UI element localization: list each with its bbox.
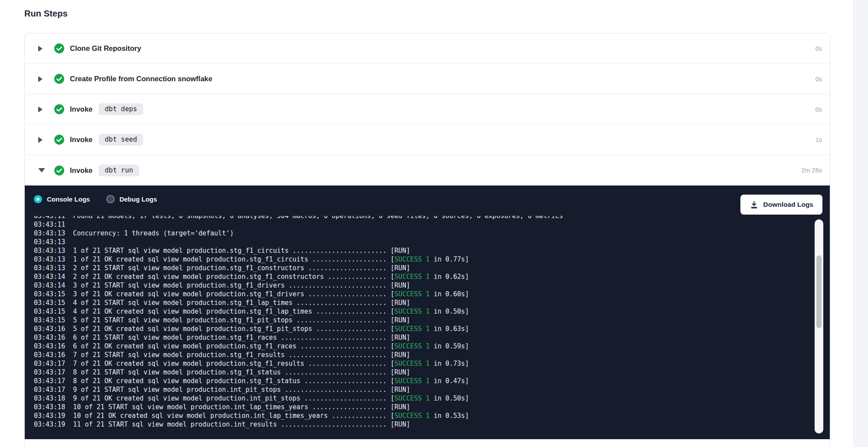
- log-line: 03:43:17 9 of 21 START sql view model pr…: [34, 385, 812, 394]
- debug-logs-label: Debug Logs: [119, 195, 157, 203]
- scrollbar-thumb[interactable]: [816, 255, 822, 328]
- step-label: Create Profile from Connection snowflake: [70, 75, 212, 83]
- step-command-badge: dbt deps: [99, 103, 143, 115]
- download-icon: [750, 200, 759, 209]
- step-duration: 0s: [815, 76, 822, 83]
- step-label: Clone Git Repository: [70, 44, 141, 53]
- chevron-down-icon[interactable]: [38, 168, 46, 172]
- step-label: Invoke: [70, 105, 92, 113]
- log-type-tabs: Console Logs Debug Logs: [34, 195, 174, 203]
- log-line: 03:43:18 9 of 21 OK created sql view mod…: [34, 394, 812, 403]
- step-duration: 0s: [815, 45, 822, 52]
- console-log-output[interactable]: 03:43:11 Found 21 models, 17 tests, 0 sn…: [34, 216, 812, 435]
- chevron-right-icon[interactable]: [38, 76, 46, 82]
- radio-selected-icon[interactable]: [34, 195, 42, 203]
- step-label: Invoke: [70, 136, 92, 144]
- log-line: 03:43:13 2 of 21 START sql view model pr…: [34, 264, 812, 272]
- step-duration: 1s: [815, 136, 822, 143]
- scrollbar-track[interactable]: [815, 219, 823, 434]
- log-line: 03:43:15 5 of 21 START sql view model pr…: [34, 316, 812, 324]
- log-line: 03:43:11 Found 21 models, 17 tests, 0 sn…: [34, 216, 812, 220]
- success-check-icon: [54, 104, 65, 115]
- page-title: Run Steps: [24, 9, 68, 19]
- log-line: 03:43:13 Concurrency: 1 threads (target=…: [34, 229, 812, 238]
- success-check-icon: [54, 134, 65, 145]
- log-line: 03:43:19 10 of 21 OK created sql view mo…: [34, 411, 812, 420]
- success-check-icon: [54, 165, 65, 176]
- download-logs-button[interactable]: Download Logs: [740, 195, 822, 215]
- console-panel: Console Logs Debug Logs Download Logs 03…: [25, 185, 830, 439]
- log-line: 03:43:17 8 of 21 OK created sql view mod…: [34, 377, 812, 385]
- radio-unselected-icon[interactable]: [106, 195, 115, 203]
- log-line: 03:43:18 10 of 21 START sql view model p…: [34, 403, 812, 411]
- log-line: 03:43:14 3 of 21 START sql view model pr…: [34, 281, 812, 290]
- log-line: 03:43:16 6 of 21 OK created sql view mod…: [34, 342, 812, 351]
- page-edge-strip: [853, 0, 868, 447]
- chevron-right-icon[interactable]: [38, 106, 46, 113]
- chevron-right-icon[interactable]: [38, 46, 46, 52]
- log-line: 03:43:16 6 of 21 START sql view model pr…: [34, 333, 812, 342]
- step-row-invoke-dbt-seed[interactable]: Invoke dbt seed 1s: [25, 125, 830, 155]
- log-line: 03:43:19 11 of 21 START sql view model p…: [34, 420, 812, 429]
- log-line: 03:43:16 5 of 21 OK created sql view mod…: [34, 324, 812, 333]
- log-line: 03:43:13 1 of 21 OK created sql view mod…: [34, 255, 812, 264]
- step-row-create-profile[interactable]: Create Profile from Connection snowflake…: [25, 64, 830, 94]
- log-line: 03:43:11: [34, 220, 812, 229]
- run-steps-card: Clone Git Repository 0s Create Profile f…: [24, 33, 830, 447]
- step-duration: 0s: [815, 106, 822, 113]
- log-line: 03:43:17 8 of 21 START sql view model pr…: [34, 368, 812, 377]
- log-line: 03:43:15 3 of 21 OK created sql view mod…: [34, 290, 812, 298]
- debug-logs-option[interactable]: Debug Logs: [106, 195, 157, 203]
- step-row-clone-git-repository[interactable]: Clone Git Repository 0s: [25, 33, 830, 64]
- step-command-badge: dbt seed: [99, 134, 143, 146]
- step-row-invoke-dbt-deps[interactable]: Invoke dbt deps 0s: [25, 94, 830, 125]
- log-line: 03:43:15 4 of 21 START sql view model pr…: [34, 298, 812, 307]
- log-line: 03:43:14 2 of 21 OK created sql view mod…: [34, 272, 812, 281]
- log-line: 03:43:17 7 of 21 OK created sql view mod…: [34, 359, 812, 368]
- success-check-icon: [54, 43, 65, 54]
- step-command-badge: dbt run: [99, 165, 139, 176]
- log-line: 03:43:15 4 of 21 OK created sql view mod…: [34, 307, 812, 316]
- success-check-icon: [54, 73, 65, 84]
- chevron-right-icon[interactable]: [38, 137, 46, 143]
- step-label: Invoke: [70, 166, 92, 175]
- log-content: 03:43:11 Found 21 models, 17 tests, 0 sn…: [34, 216, 812, 429]
- console-logs-label: Console Logs: [47, 195, 90, 203]
- step-duration: 2m 26s: [801, 167, 822, 174]
- download-logs-label: Download Logs: [763, 201, 813, 209]
- log-line: 03:43:16 7 of 21 START sql view model pr…: [34, 351, 812, 359]
- step-row-invoke-dbt-run[interactable]: Invoke dbt run 2m 26s: [25, 155, 830, 185]
- log-line: 03:43:13 1 of 21 START sql view model pr…: [34, 246, 812, 255]
- console-logs-option[interactable]: Console Logs: [34, 195, 90, 203]
- log-line: 03:43:13: [34, 238, 812, 246]
